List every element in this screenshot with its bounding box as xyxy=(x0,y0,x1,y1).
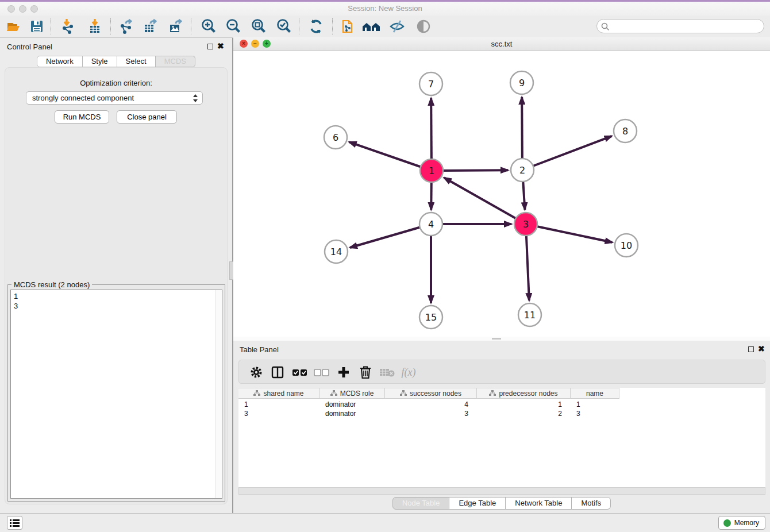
search-input[interactable] xyxy=(612,21,760,32)
function-builder-button[interactable]: f(x) xyxy=(400,364,417,381)
refresh-icon xyxy=(308,18,324,34)
tab-edge-table[interactable]: Edge Table xyxy=(449,497,506,510)
columns-icon xyxy=(271,365,284,379)
status-bar: Memory xyxy=(0,513,770,532)
zoom-in-icon xyxy=(200,18,217,35)
column-header-shared-name[interactable]: shared name xyxy=(238,388,319,398)
import-table-button[interactable] xyxy=(84,17,105,36)
run-mcds-button[interactable]: Run MCDS xyxy=(55,110,109,124)
column-header-predecessor-nodes[interactable]: predecessor nodes xyxy=(477,388,571,398)
toolbar-separator xyxy=(110,18,111,34)
zoom-fit-icon xyxy=(250,18,267,35)
task-history-button[interactable] xyxy=(7,516,22,530)
table-header-row: shared nameMCDS rolesuccessor nodesprede… xyxy=(238,388,619,399)
graph-node-15[interactable]: 15 xyxy=(419,306,442,329)
tab-mcds[interactable]: MCDS xyxy=(156,56,195,67)
graph-node-6[interactable]: 6 xyxy=(324,126,347,149)
hide-panels-button[interactable] xyxy=(387,17,407,36)
export-image-button[interactable] xyxy=(165,17,186,36)
deselect-all-button[interactable] xyxy=(313,364,330,381)
graph-node-2[interactable]: 2 xyxy=(511,159,534,182)
table-cell: 2 xyxy=(477,409,571,418)
graph-edge-1-6[interactable] xyxy=(349,142,432,171)
tab-select[interactable]: Select xyxy=(117,56,156,67)
graph-node-3[interactable]: 3 xyxy=(514,213,537,236)
table-cell: 4 xyxy=(385,400,477,409)
close-panel-icon[interactable]: ✖ xyxy=(217,41,224,51)
table-row[interactable]: 3dominator323 xyxy=(238,409,619,418)
graph-edge-2-8[interactable] xyxy=(522,136,612,170)
column-header-successor-nodes[interactable]: successor nodes xyxy=(385,388,477,398)
graph-node-14[interactable]: 14 xyxy=(325,240,348,263)
select-all-button[interactable] xyxy=(291,364,309,381)
graph-node-10[interactable]: 10 xyxy=(615,234,638,257)
network-graph-canvas[interactable]: 1234678910111415 xyxy=(233,51,770,337)
table-cell: 1 xyxy=(571,400,619,409)
add-column-button[interactable] xyxy=(335,364,352,381)
open-file-icon xyxy=(6,18,22,34)
mcds-result-area[interactable]: 1 3 xyxy=(10,290,222,499)
svg-text:10: 10 xyxy=(621,240,632,251)
refresh-view-button[interactable] xyxy=(306,17,326,36)
search-box xyxy=(596,19,764,33)
mcds-result-groupbox: MCDS result (2 nodes) 1 3 xyxy=(7,284,225,502)
table-cell: 3 xyxy=(571,409,619,418)
delete-table-button[interactable] xyxy=(379,364,396,381)
table-hscrollbar[interactable] xyxy=(238,487,765,495)
save-session-button[interactable] xyxy=(26,17,47,36)
dropdown-stepper-icon xyxy=(193,94,198,103)
delete-column-button[interactable] xyxy=(357,364,374,381)
toolbar-separator xyxy=(332,18,333,34)
tab-style[interactable]: Style xyxy=(83,56,117,67)
control-panel: Control Panel ✖ NetworkStyleSelectMCDS O… xyxy=(0,38,232,513)
toolbar-separator xyxy=(51,18,51,34)
tab-motifs[interactable]: Motifs xyxy=(572,497,611,510)
tab-network[interactable]: Network xyxy=(37,56,83,67)
export-table-button[interactable] xyxy=(140,17,161,36)
table-row[interactable]: 1dominator411 xyxy=(238,400,619,409)
table-settings-button[interactable] xyxy=(248,364,265,381)
float-table-panel-icon[interactable] xyxy=(748,346,754,352)
zoom-fit-button[interactable] xyxy=(248,17,269,36)
graph-node-11[interactable]: 11 xyxy=(518,303,541,326)
zoom-selected-button[interactable] xyxy=(274,17,294,36)
graph-edge-3-10[interactable] xyxy=(526,224,613,242)
graph-node-1[interactable]: 1 xyxy=(420,159,443,182)
hscroll-handle[interactable] xyxy=(492,338,501,340)
table-cell: 3 xyxy=(238,409,319,418)
titlebar: Session: New Session xyxy=(0,2,770,16)
table-cell: 1 xyxy=(477,400,571,409)
genemania-button[interactable] xyxy=(361,17,382,36)
zoom-in-button[interactable] xyxy=(198,17,219,36)
result-scrollbar[interactable] xyxy=(215,290,222,498)
hierarchy-icon xyxy=(400,390,407,396)
import-network-button[interactable] xyxy=(57,17,78,36)
show-columns-button[interactable] xyxy=(269,364,286,381)
column-header-MCDS-role[interactable]: MCDS role xyxy=(319,388,385,398)
open-file-button[interactable] xyxy=(3,17,24,36)
export-network-button[interactable] xyxy=(116,17,137,36)
mcds-result-text: 1 3 xyxy=(14,291,18,311)
criterion-dropdown[interactable]: strongly connected component xyxy=(26,91,203,105)
application-window: Session: New Session xyxy=(0,0,770,532)
float-panel-icon[interactable] xyxy=(207,44,213,49)
graph-edge-4-14[interactable] xyxy=(350,224,431,248)
graph-node-9[interactable]: 9 xyxy=(510,71,533,94)
cyndex-button[interactable] xyxy=(338,17,359,36)
network-hscrollbar[interactable] xyxy=(233,337,770,341)
graph-node-8[interactable]: 8 xyxy=(614,119,637,142)
delete-table-icon xyxy=(379,366,396,379)
zoom-out-button[interactable] xyxy=(223,17,244,36)
column-header-name[interactable]: name xyxy=(571,388,619,398)
show-panels-button[interactable] xyxy=(413,17,434,36)
close-table-panel-icon[interactable]: ✖ xyxy=(758,344,765,353)
memory-button[interactable]: Memory xyxy=(718,516,765,530)
column-header-label: MCDS role xyxy=(340,390,374,398)
mcds-panel: Optimization criterion: strongly connect… xyxy=(5,67,228,504)
graph-node-4[interactable]: 4 xyxy=(419,213,442,236)
graph-node-7[interactable]: 7 xyxy=(419,72,442,95)
close-panel-button[interactable]: Close panel xyxy=(117,110,177,124)
tab-network-table[interactable]: Network Table xyxy=(506,497,572,510)
tab-node-table[interactable]: Node Table xyxy=(392,497,450,510)
graph-edge-3-1[interactable] xyxy=(444,178,526,224)
